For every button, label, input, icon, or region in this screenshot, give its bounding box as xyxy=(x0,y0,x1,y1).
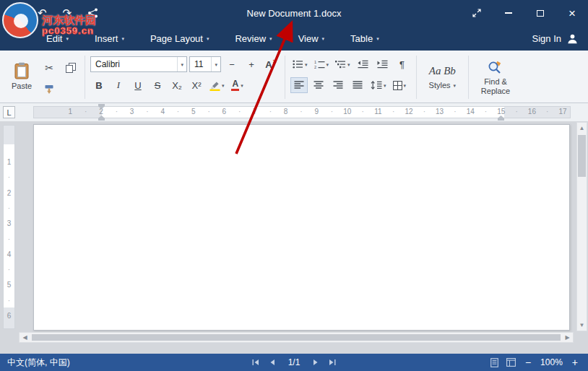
page-navigation: 1/1 xyxy=(252,357,336,367)
v-ruler-number: 4 xyxy=(4,250,14,258)
clear-formatting-button[interactable]: A × xyxy=(262,56,280,72)
menu-tab-label: Insert xyxy=(95,33,118,44)
bullet-list-button[interactable]: ▾ xyxy=(290,56,310,72)
h-ruler-number: 1 xyxy=(69,108,73,115)
find-replace-icon xyxy=(487,59,504,75)
horizontal-scroll-thumb[interactable] xyxy=(32,334,561,341)
print-layout-view-button[interactable] xyxy=(490,358,498,367)
save-button[interactable] xyxy=(12,8,22,18)
horizontal-ruler[interactable]: 1·2·3·4·5·6·7·8·9·10·11·12·13·14·15·16·1… xyxy=(33,106,571,118)
arrange-windows-button[interactable] xyxy=(461,0,493,26)
v-ruler-tick: · xyxy=(4,204,14,211)
decrease-font-size-button[interactable]: − xyxy=(223,56,241,72)
scroll-down-button[interactable]: ▼ xyxy=(577,320,587,331)
menu-tab-label: Page Layout xyxy=(150,33,203,44)
chevron-down-icon: ▾ xyxy=(347,62,350,67)
v-ruler-number: 1 xyxy=(4,158,14,166)
maximize-button[interactable] xyxy=(524,0,556,26)
scroll-left-button[interactable]: ◀ xyxy=(20,333,30,342)
close-button[interactable]: × xyxy=(556,0,588,26)
scroll-up-button[interactable]: ▲ xyxy=(577,123,587,134)
clear-formatting-x-icon: × xyxy=(273,58,277,65)
svg-text:1: 1 xyxy=(314,60,316,64)
horizontal-scrollbar[interactable]: ◀ ▶ xyxy=(19,332,574,343)
clipboard-mini-buttons: ✂ xyxy=(40,54,79,97)
menu-tab-review[interactable]: Review▾ xyxy=(235,33,272,44)
cut-button[interactable]: ✂ xyxy=(40,60,58,76)
menu-tab-page-layout[interactable]: Page Layout▾ xyxy=(150,33,209,44)
menu-tab-table[interactable]: Table▾ xyxy=(350,33,379,44)
numbered-list-button[interactable]: 12 ▾ xyxy=(312,56,332,72)
undo-button[interactable]: ↶ xyxy=(38,6,47,19)
font-name-select[interactable]: Calibri ▾ xyxy=(90,56,187,72)
h-ruler-number: 14 xyxy=(467,108,475,115)
strikethrough-button[interactable]: S xyxy=(149,77,166,93)
vertical-scroll-thumb[interactable] xyxy=(578,135,586,177)
font-size-select[interactable]: 11 ▾ xyxy=(189,56,221,72)
underline-button[interactable]: U xyxy=(129,77,147,93)
subscript-button[interactable]: X₂ xyxy=(168,77,186,93)
decrease-indent-button[interactable] xyxy=(355,56,372,72)
font-name-value: Calibri xyxy=(95,59,120,69)
menu-tab-edit[interactable]: Edit▾ xyxy=(46,33,69,44)
menu-tab-label: Table xyxy=(350,33,373,44)
font-color-button[interactable]: A ▾ xyxy=(229,77,246,93)
line-spacing-button[interactable]: ▾ xyxy=(368,77,389,93)
vertical-ruler[interactable]: 1·2·3·4·5·6 xyxy=(3,125,15,329)
increase-font-size-button[interactable]: + xyxy=(243,56,260,72)
v-ruler-numbers: 1·2·3·4·5·6 xyxy=(4,126,14,328)
zoom-out-button[interactable]: − xyxy=(524,357,532,367)
h-ruler-tick: · xyxy=(269,108,272,115)
align-right-icon xyxy=(333,81,343,90)
increase-indent-button[interactable] xyxy=(374,56,392,72)
h-ruler-tick: · xyxy=(546,108,548,115)
borders-button[interactable]: ▾ xyxy=(391,77,409,93)
redo-button[interactable]: ↷ xyxy=(63,6,72,19)
menu-tabs: Edit▾Insert▾Page Layout▾Review▾View▾Tabl… xyxy=(46,33,379,44)
chevron-down-icon: ▾ xyxy=(181,62,183,67)
styles-label: Styles xyxy=(429,81,451,90)
paste-icon xyxy=(14,62,29,79)
highlight-color-button[interactable]: ▾ xyxy=(207,77,227,93)
show-formatting-marks-button[interactable]: ¶ xyxy=(394,56,411,72)
h-ruler-tick: · xyxy=(146,108,148,115)
minimize-button[interactable] xyxy=(493,0,524,26)
bold-button[interactable]: B xyxy=(90,77,108,93)
menu-tab-view[interactable]: View▾ xyxy=(298,33,324,44)
italic-button[interactable]: I xyxy=(110,77,127,93)
align-center-icon xyxy=(314,81,324,90)
chevron-down-icon: ▾ xyxy=(322,36,325,41)
menu-tab-insert[interactable]: Insert▾ xyxy=(95,33,124,44)
align-right-button[interactable] xyxy=(329,77,347,93)
zoom-in-button[interactable]: + xyxy=(571,357,579,367)
find-replace-button[interactable]: Find & Replace xyxy=(474,54,517,100)
document-page[interactable] xyxy=(33,124,570,331)
previous-page-button[interactable] xyxy=(269,359,276,366)
language-status[interactable]: 中文(简体, 中国) xyxy=(7,357,70,369)
quick-access-toolbar: ↶ ↷ xyxy=(12,6,98,19)
copy-button[interactable] xyxy=(62,60,79,76)
styles-button[interactable]: Aa Bb Styles ▾ xyxy=(422,54,463,100)
format-painter-button[interactable] xyxy=(40,82,58,97)
align-justify-button[interactable] xyxy=(349,77,366,93)
h-ruler-number: 12 xyxy=(405,108,412,115)
scroll-right-button[interactable]: ▶ xyxy=(562,333,573,342)
paste-button[interactable]: Paste xyxy=(6,54,38,97)
multilevel-list-button[interactable]: ▾ xyxy=(333,56,353,72)
web-layout-view-button[interactable] xyxy=(506,358,516,367)
align-center-button[interactable] xyxy=(310,77,327,93)
paragraph-group: ▾ 12 ▾ ▾ ¶ xyxy=(290,54,411,100)
first-page-button[interactable] xyxy=(252,359,259,366)
superscript-button[interactable]: X² xyxy=(188,77,205,93)
next-page-button[interactable] xyxy=(312,359,319,366)
menu-tab-label: Edit xyxy=(46,33,62,44)
last-page-icon xyxy=(329,359,336,366)
share-button[interactable] xyxy=(87,8,98,18)
vertical-scrollbar[interactable]: ▲ ▼ xyxy=(576,122,587,331)
align-left-button[interactable] xyxy=(290,77,308,93)
tab-stop-selector[interactable]: L xyxy=(3,106,15,118)
sign-in-button[interactable]: Sign In xyxy=(532,33,578,44)
h-ruler-number: 7 xyxy=(253,108,257,115)
v-ruler-number: 6 xyxy=(4,312,14,320)
last-page-button[interactable] xyxy=(329,359,336,366)
